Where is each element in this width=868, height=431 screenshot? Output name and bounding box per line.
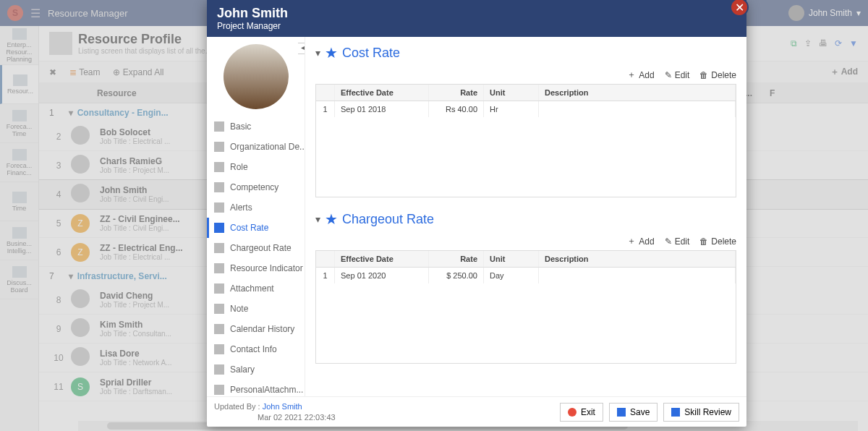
nav-calendar-history[interactable]: Calendar History bbox=[207, 319, 305, 339]
org-icon bbox=[214, 142, 224, 152]
col-description[interactable]: Description bbox=[539, 85, 736, 101]
nav-note[interactable]: Note bbox=[207, 299, 305, 319]
nav-competency[interactable]: Competency bbox=[207, 177, 305, 197]
save-button[interactable]: Save bbox=[609, 403, 658, 422]
sidebar-collapse-handle[interactable]: ◂ bbox=[298, 43, 305, 54]
section-title-cost-rate: ▾ ★ Cost Rate bbox=[315, 44, 736, 61]
skill-icon bbox=[671, 408, 680, 417]
col-unit[interactable]: Unit bbox=[484, 251, 539, 267]
table-row[interactable]: 1 Sep 01 2020 $ 250.00 Day bbox=[316, 268, 736, 283]
save-icon bbox=[617, 408, 626, 417]
add-chargeout-button[interactable]: ＋ Add bbox=[627, 235, 654, 247]
contact-icon bbox=[214, 344, 224, 354]
resource-detail-modal: John Smith Project Manager ✕ ◂ Basic Org… bbox=[207, 0, 746, 427]
modal-sidebar: ◂ Basic Organizational De... Role Compet… bbox=[207, 37, 305, 396]
nav-basic[interactable]: Basic bbox=[207, 116, 305, 137]
chargeout-actions: ＋ Add ✎ Edit 🗑 Delete bbox=[315, 232, 736, 250]
nav-org[interactable]: Organizational De... bbox=[207, 137, 305, 157]
nav-attachment[interactable]: Attachment bbox=[207, 278, 305, 299]
star-icon: ★ bbox=[325, 44, 338, 61]
nav-salary[interactable]: Salary bbox=[207, 359, 305, 380]
cost-rate-table: Effective Date Rate Unit Description 1 S… bbox=[315, 84, 736, 197]
col-description[interactable]: Description bbox=[539, 251, 736, 267]
add-cost-rate-button[interactable]: ＋ Add bbox=[627, 69, 654, 81]
skill-review-button[interactable]: Skill Review bbox=[663, 403, 739, 422]
col-effective-date[interactable]: Effective Date bbox=[335, 85, 429, 101]
chargeout-table: Effective Date Rate Unit Description 1 S… bbox=[315, 250, 736, 364]
col-rate[interactable]: Rate bbox=[429, 85, 484, 101]
clip-icon bbox=[214, 385, 224, 395]
modal-content[interactable]: ▾ ★ Cost Rate ＋ Add ✎ Edit 🗑 Delete Effe… bbox=[305, 37, 746, 396]
salary-star-icon bbox=[214, 364, 224, 375]
role-icon bbox=[214, 162, 224, 172]
competency-icon bbox=[214, 182, 224, 192]
cost-rate-actions: ＋ Add ✎ Edit 🗑 Delete bbox=[315, 66, 736, 84]
exit-button[interactable]: Exit bbox=[560, 403, 603, 422]
star-icon: ★ bbox=[325, 210, 338, 228]
table-row[interactable]: 1 Sep 01 2018 Rs 40.00 Hr bbox=[316, 101, 736, 117]
nav-chargeout[interactable]: Chargeout Rate bbox=[207, 238, 305, 258]
profile-avatar bbox=[224, 44, 289, 109]
section-title-chargeout: ▾ ★ Chargeout Rate bbox=[315, 210, 736, 228]
exit-icon bbox=[568, 408, 576, 417]
col-effective-date[interactable]: Effective Date bbox=[335, 251, 429, 267]
nav-cost-rate[interactable]: Cost Rate bbox=[207, 218, 305, 238]
collapse-icon[interactable]: ▾ bbox=[315, 213, 320, 225]
nav-personal-attachment[interactable]: PersonalAttachm... bbox=[207, 380, 305, 396]
edit-chargeout-button[interactable]: ✎ Edit bbox=[665, 235, 690, 247]
star-icon bbox=[214, 223, 224, 233]
modal-title: John Smith bbox=[217, 6, 288, 21]
delete-cost-rate-button[interactable]: 🗑 Delete bbox=[699, 69, 736, 81]
nav-indicator[interactable]: Resource Indicator bbox=[207, 258, 305, 278]
edit-cost-rate-button[interactable]: ✎ Edit bbox=[665, 69, 690, 81]
nav-role[interactable]: Role bbox=[207, 157, 305, 177]
note-icon bbox=[214, 304, 224, 314]
col-rate[interactable]: Rate bbox=[429, 251, 484, 267]
modal-subtitle: Project Manager bbox=[217, 21, 288, 31]
indicator-icon bbox=[214, 263, 224, 273]
modal-header: John Smith Project Manager bbox=[207, 0, 746, 37]
home-icon bbox=[214, 121, 224, 132]
attachment-icon bbox=[214, 283, 224, 294]
delete-chargeout-button[interactable]: 🗑 Delete bbox=[699, 235, 736, 247]
collapse-icon[interactable]: ▾ bbox=[315, 47, 320, 59]
star-icon bbox=[214, 243, 224, 253]
modal-footer: Updated By : John Smith Mar 02 2021 22:0… bbox=[207, 396, 746, 427]
updated-info: Updated By : John Smith Mar 02 2021 22:0… bbox=[214, 401, 336, 422]
nav-alerts[interactable]: Alerts bbox=[207, 197, 305, 218]
nav-contact[interactable]: Contact Info bbox=[207, 339, 305, 359]
col-unit[interactable]: Unit bbox=[484, 85, 539, 101]
alert-icon bbox=[214, 202, 224, 213]
hourglass-icon bbox=[214, 324, 224, 334]
